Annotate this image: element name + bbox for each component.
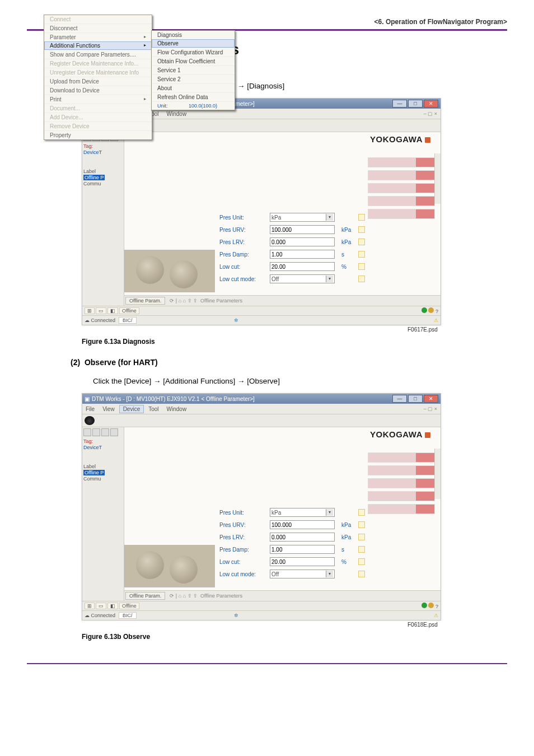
submenu-obtain-flow-coef[interactable]: Obtain Flow Coefficient [152,57,235,66]
task-tab-offline[interactable]: Offline [119,603,139,609]
field-pres-urv[interactable] [270,225,335,234]
window-titlebar[interactable]: ▣ DTM Works - [D : MV100(HT) EJX910 V2.1… [82,394,441,404]
toolbar-icon[interactable] [83,428,91,436]
menu-property[interactable]: Property [44,130,152,139]
chevron-down-icon[interactable]: ▾ [326,509,333,516]
maximize-button[interactable]: □ [408,395,423,403]
task-tab-icon[interactable]: ▭ [96,307,106,314]
warning-icon [358,276,365,282]
scrollbar[interactable] [434,153,441,204]
menu-connect[interactable]: Connect [44,15,152,24]
task-tab-icon[interactable]: ◧ [107,307,118,314]
field-low-cut[interactable] [270,557,335,566]
field-pres-lrv-label: Pres LRV: [219,239,270,245]
submenu-diagnosis[interactable]: Diagnosis [152,31,235,39]
menu-additional-functions[interactable]: Additional Functions▸ [44,41,152,50]
tree-tag[interactable]: Tag: [83,438,123,444]
chevron-down-icon[interactable]: ▾ [326,276,333,282]
field-pres-lrv[interactable] [270,533,335,542]
warning-icon [358,251,365,258]
menu-show-compare[interactable]: Show and Compare Parameters.... [44,50,152,59]
submenu-flow-wizard[interactable]: Flow Configuration Wizard [152,48,235,57]
menu-add-device[interactable]: Add Device... [44,113,152,122]
status-dot-green [421,603,427,608]
status-dot-gold [428,603,434,608]
menu-download[interactable]: Download to Device [44,86,152,95]
task-tab-icon[interactable]: ▭ [96,603,106,609]
chevron-down-icon[interactable]: ▾ [326,214,333,221]
menu-disconnect[interactable]: Disconnect [44,24,152,32]
menu-view[interactable]: View [99,405,118,413]
toolbar-icon[interactable] [110,428,118,436]
field-pres-urv[interactable] [270,520,335,529]
submenu-about[interactable]: About [152,83,235,92]
field-pres-damp[interactable] [270,250,335,259]
menu-print[interactable]: Print▸ [44,95,152,104]
menu-document[interactable]: Document... [44,104,152,113]
bars-indicator [368,450,435,517]
minimize-button[interactable]: — [392,395,407,403]
field-pres-damp[interactable] [270,545,335,554]
close-button[interactable]: ✕ [424,395,438,403]
task-tab-icon[interactable]: ⊞ [85,603,95,609]
additional-functions-submenu[interactable]: Diagnosis Observe Flow Configuration Wiz… [151,30,235,110]
menubar[interactable]: File View Device Tool Window – ▢ × [82,404,441,414]
tab-icons[interactable]: ⟳ | ⌂ ⌂ ⇧ ⇧ Offline Parameters [170,593,242,599]
field-low-cut[interactable] [270,262,335,271]
left-panel: Tag: DeviceT Label Offline P Commu [82,132,124,306]
main-panel: YOKOGAWA Pres Unit:kPa▾ Pres URV:kPa Pre… [124,132,441,306]
close-button[interactable]: ✕ [424,100,438,108]
status-connected: ☁ Connected [85,318,115,323]
maximize-button[interactable]: □ [408,100,423,108]
menu-parameter[interactable]: Parameter▸ [44,32,152,41]
tab-offline-param[interactable]: Offline Param. [125,297,165,305]
menu-device[interactable]: Device [119,405,144,413]
tree-tag[interactable]: Tag: [83,143,123,149]
menu-register-maint[interactable]: Register Device Maintenance Info... [44,59,152,68]
minimize-button[interactable]: — [392,100,407,108]
submenu-service1[interactable]: Service 1 [152,66,235,74]
warning-icon [358,534,365,540]
instruction-2: Click the [Device] → [Additional Functio… [93,377,484,385]
status-dot-green [421,307,427,313]
tree-commu[interactable]: Commu [83,181,123,186]
tree-device[interactable]: DeviceT [83,445,123,450]
menu-window[interactable]: Window [163,110,190,118]
field-low-cut-mode[interactable]: Off▾ [270,274,335,283]
tree-offline[interactable]: Offline P [83,470,105,475]
tree-device[interactable]: DeviceT [83,150,123,155]
submenu-service2[interactable]: Service 2 [152,74,235,83]
field-pres-lrv[interactable] [270,237,335,246]
status-dot-gold [428,307,434,313]
scrollbar[interactable] [434,449,441,499]
device-image [124,250,215,292]
toolbar-icon[interactable] [101,428,109,436]
menu-tool[interactable]: Tool [145,405,162,413]
task-tab-icon[interactable]: ◧ [107,603,118,609]
tab-offline-param[interactable]: Offline Param. [125,592,165,600]
task-tab-icon[interactable]: ⊞ [85,307,95,314]
tree-commu[interactable]: Commu [83,476,123,482]
subsection-2: (2) Observe (for HART) [71,358,484,367]
image-ref-1: F0617E.psd [407,326,438,333]
menu-upload[interactable]: Upload from Device [44,77,152,86]
window-icon: ▣ [85,396,90,402]
menu-unregister-maint[interactable]: Unregister Device Maintenance Info [44,68,152,77]
device-context-menu[interactable]: Connect Disconnect Parameter▸ Additional… [44,15,152,140]
tree-offline[interactable]: Offline P [83,175,105,180]
bottom-tabbar: Offline Param. ⟳ | ⌂ ⌂ ⇧ ⇧ Offline Param… [124,295,441,306]
menu-window[interactable]: Window [163,405,190,413]
toolbar-icon[interactable] [92,428,100,436]
tab-icons[interactable]: ⟳ | ⌂ ⌂ ⇧ ⇧ Offline Parameters [170,298,242,304]
bars-indicator [368,155,435,222]
field-low-cut-mode[interactable]: Off▾ [270,570,335,578]
menu-file[interactable]: File [82,405,98,413]
field-pres-unit[interactable]: kPa▾ [270,213,335,222]
status-badge: BIC/ [119,612,137,619]
submenu-refresh[interactable]: Refresh Online Data [152,92,235,101]
task-tab-offline[interactable]: Offline [119,307,139,314]
chevron-down-icon[interactable]: ▾ [326,571,333,577]
submenu-observe[interactable]: Observe [152,39,235,48]
field-pres-unit[interactable]: kPa▾ [270,508,335,517]
menu-remove-device[interactable]: Remove Device [44,122,152,130]
